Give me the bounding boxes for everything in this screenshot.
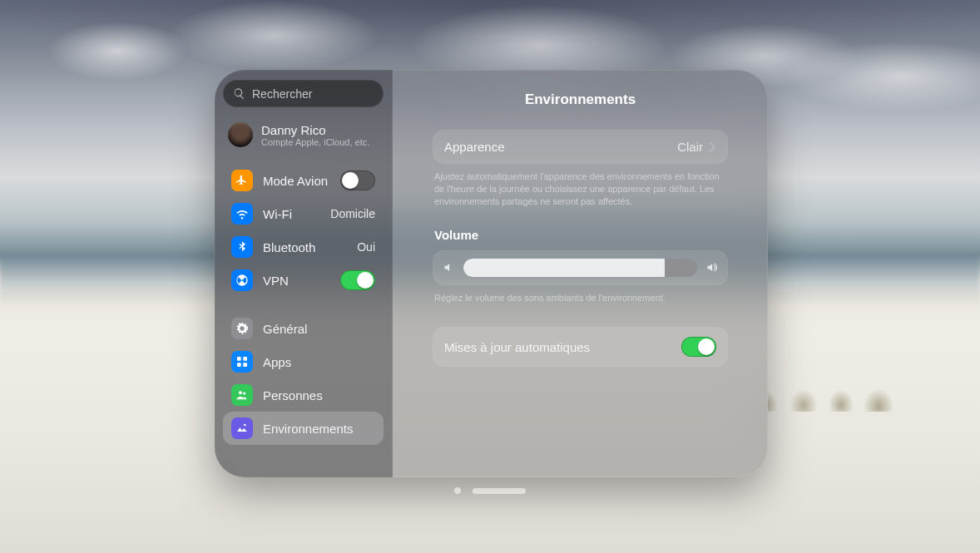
account-name: Danny Rico (261, 123, 369, 137)
auto-update-row[interactable]: Mises à jour automatiques (433, 327, 728, 367)
sidebar-item-label: Apps (263, 355, 375, 369)
main-panel: Environnements Apparence Clair Ajustez a… (393, 70, 768, 477)
appearance-label: Apparence (444, 140, 677, 154)
wifi-icon (231, 203, 253, 225)
apps-icon (231, 351, 253, 373)
volume-slider-fill (463, 259, 665, 277)
appearance-row[interactable]: Apparence Clair (433, 130, 728, 164)
sidebar-section-connectivity: Mode Avion Wi‑Fi Domicile Bluetooth Oui (223, 164, 384, 297)
sidebar-item-people[interactable]: Personnes (223, 378, 384, 412)
volume-slider[interactable] (463, 259, 697, 277)
sidebar-item-vpn[interactable]: VPN (223, 264, 384, 297)
sidebar-item-apps[interactable]: Apps (223, 345, 384, 378)
svg-point-5 (243, 392, 245, 394)
people-icon (231, 384, 253, 406)
auto-update-toggle[interactable] (681, 337, 716, 357)
sidebar-item-airplane[interactable]: Mode Avion (223, 164, 384, 197)
settings-window: Rechercher Danny Rico Compte Apple, iClo… (215, 70, 768, 477)
search-icon (233, 87, 245, 100)
svg-rect-2 (237, 363, 241, 367)
search-placeholder: Rechercher (252, 87, 312, 101)
sidebar-item-label: Mode Avion (263, 174, 330, 188)
svg-point-6 (244, 424, 246, 427)
sidebar-item-environments[interactable]: Environnements (223, 412, 384, 445)
auto-update-label: Mises à jour automatiques (444, 340, 673, 354)
sidebar-item-bluetooth[interactable]: Bluetooth Oui (223, 230, 384, 264)
pager-dot (454, 487, 461, 494)
page-title: Environnements (433, 91, 728, 108)
volume-high-icon (705, 261, 718, 274)
sidebar-item-label: Bluetooth (263, 240, 347, 254)
sidebar: Rechercher Danny Rico Compte Apple, iClo… (215, 70, 393, 477)
appearance-value: Clair (677, 140, 703, 154)
svg-rect-0 (237, 357, 241, 361)
environments-icon (231, 417, 253, 439)
sidebar-item-label: Général (263, 322, 375, 336)
search-field[interactable]: Rechercher (223, 80, 384, 107)
bluetooth-value: Oui (357, 240, 375, 254)
sidebar-item-wifi[interactable]: Wi‑Fi Domicile (223, 197, 384, 230)
volume-row (433, 250, 728, 285)
avatar (228, 122, 253, 147)
svg-point-4 (239, 391, 242, 394)
chevron-right-icon (710, 142, 716, 152)
account-subtitle: Compte Apple, iCloud, etc. (261, 137, 369, 147)
wallpaper-detail (751, 378, 901, 412)
volume-title: Volume (434, 228, 728, 242)
gear-icon (231, 318, 253, 339)
pager-bar (473, 488, 526, 494)
airplane-icon (231, 170, 253, 191)
wifi-value: Domicile (330, 207, 375, 220)
vpn-icon (231, 269, 253, 291)
appearance-hint: Ajustez automatiquement l'apparence des … (434, 170, 726, 208)
sidebar-item-label: Environnements (263, 422, 375, 436)
bluetooth-icon (231, 236, 253, 258)
sidebar-item-general[interactable]: Général (223, 312, 384, 345)
sidebar-section-system: Général Apps Personnes Environnements (223, 312, 384, 445)
sidebar-item-label: Wi‑Fi (263, 207, 320, 221)
volume-hint: Réglez le volume des sons ambiants de l'… (434, 292, 726, 304)
account-row[interactable]: Danny Rico Compte Apple, iCloud, etc. (223, 107, 384, 159)
airplane-toggle[interactable] (340, 170, 375, 190)
svg-rect-1 (243, 357, 247, 361)
svg-rect-3 (243, 363, 247, 367)
home-indicator[interactable] (454, 487, 526, 494)
volume-low-icon (443, 261, 455, 274)
vpn-toggle[interactable] (340, 270, 375, 290)
sidebar-item-label: Personnes (263, 388, 375, 402)
sidebar-item-label: VPN (263, 274, 330, 288)
